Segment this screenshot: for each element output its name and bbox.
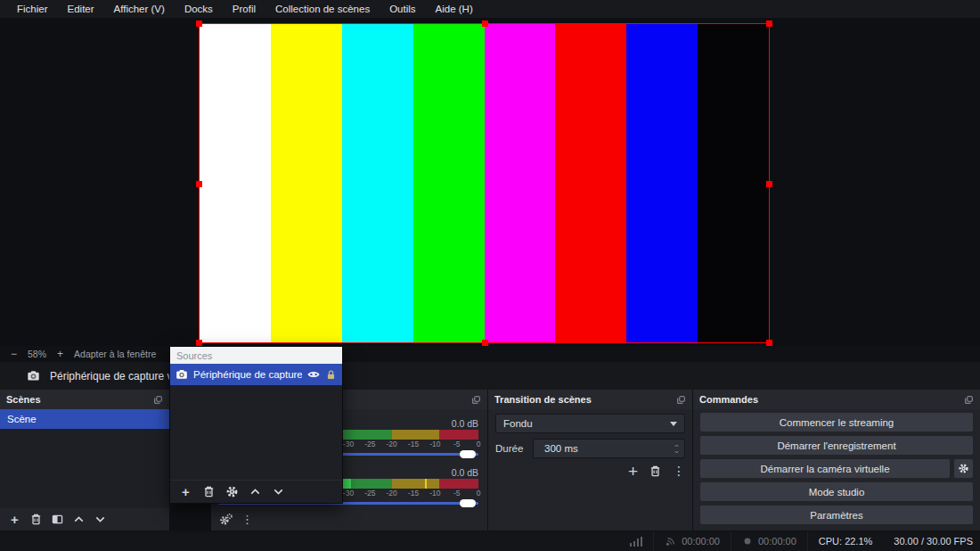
source-context-toolbar: Périphérique de capture vi Prop xyxy=(0,362,980,390)
scene-filters-button[interactable] xyxy=(51,513,64,526)
meter-tick-label: -20 xyxy=(387,489,397,498)
obs-main-window: Fichier Editer Afficher (V) Docks Profil… xyxy=(0,0,980,551)
double-gear-icon xyxy=(219,513,233,526)
color-bar-white xyxy=(200,24,271,342)
selection-handle-top-left[interactable] xyxy=(196,21,202,27)
fps-counter: 30.00 / 30.00 FPS xyxy=(883,531,973,551)
menu-item-docks[interactable]: Docks xyxy=(175,0,223,18)
virtual-camera-settings-button[interactable] xyxy=(954,459,973,478)
move-source-down-button[interactable] xyxy=(272,485,285,498)
selection-handle-middle-right[interactable] xyxy=(766,181,772,187)
zoom-in-button[interactable]: + xyxy=(57,348,63,360)
trash-icon xyxy=(202,485,216,498)
popout-icon[interactable] xyxy=(964,395,974,405)
fps-label: 30.00 / 30.00 FPS xyxy=(894,536,973,547)
scenes-dock-title: Scènes xyxy=(6,394,41,405)
selection-handle-middle-left[interactable] xyxy=(196,181,202,187)
color-bar-cyan xyxy=(342,24,413,342)
selected-source-name: Périphérique de capture vi xyxy=(50,370,175,382)
add-source-button[interactable]: + xyxy=(179,485,192,498)
trash-icon xyxy=(29,513,43,526)
menu-item-afficher[interactable]: Afficher (V) xyxy=(104,0,175,18)
transition-select[interactable]: Fondu xyxy=(495,414,685,433)
add-scene-button[interactable]: + xyxy=(8,513,21,526)
remove-scene-button[interactable] xyxy=(29,513,43,526)
color-bar-black xyxy=(698,24,769,342)
color-bar-magenta xyxy=(485,24,556,342)
popout-icon[interactable] xyxy=(676,395,686,405)
mixer-more-button[interactable]: ⋮ xyxy=(241,513,254,526)
selected-source-bounding-box[interactable] xyxy=(200,24,769,342)
controls-dock: Commandes Commencer le streaming Démarre… xyxy=(693,390,980,530)
selection-handle-bottom-right[interactable] xyxy=(766,340,772,346)
popout-icon[interactable] xyxy=(471,395,481,405)
transition-more-button[interactable]: ⋮ xyxy=(673,465,685,478)
source-list-item[interactable]: Périphérique de capture vidéo xyxy=(170,364,342,385)
scene-list-item[interactable]: Scène xyxy=(0,409,169,429)
chevron-down-icon xyxy=(670,422,677,426)
move-source-up-button[interactable] xyxy=(249,485,262,498)
preview-canvas[interactable] xyxy=(0,18,980,346)
sources-panel-titlebar[interactable]: Sources xyxy=(170,347,342,364)
advanced-audio-button[interactable] xyxy=(219,513,233,526)
lock-icon[interactable] xyxy=(325,369,337,381)
selection-handle-top-middle[interactable] xyxy=(482,21,488,27)
gear-icon xyxy=(225,485,239,498)
start-virtual-camera-button[interactable]: Démarrer la caméra virtuelle xyxy=(700,459,950,478)
move-scene-up-button[interactable] xyxy=(72,513,86,526)
meter-tick-label: -5 xyxy=(453,440,461,448)
transitions-toolbar: + ⋮ xyxy=(628,461,685,481)
controls-dock-header: Commandes xyxy=(693,390,980,409)
menu-item-aide[interactable]: Aide (H) xyxy=(426,0,483,18)
record-time: 00:00:00 xyxy=(758,536,796,547)
studio-mode-button[interactable]: Mode studio xyxy=(700,482,973,501)
sources-toolbar: + xyxy=(170,480,342,503)
duration-label: Durée xyxy=(495,439,523,458)
volume-slider-handle[interactable] xyxy=(460,450,476,458)
meter-tick-label: -10 xyxy=(429,440,440,448)
selection-handle-bottom-middle[interactable] xyxy=(482,340,488,346)
remove-source-button[interactable] xyxy=(202,485,216,498)
eye-visible-icon[interactable] xyxy=(307,368,320,381)
scene-transitions-dock: Transition de scènes Fondu Durée 300 ms … xyxy=(488,390,692,530)
meter-tick-label: -5 xyxy=(453,489,461,498)
source-properties-button[interactable] xyxy=(225,485,239,498)
meter-tick-label: -30 xyxy=(343,440,354,448)
menu-item-profil[interactable]: Profil xyxy=(223,0,265,18)
mixer-toolbar: ⋮ xyxy=(211,508,487,530)
move-scene-down-button[interactable] xyxy=(94,513,107,526)
remove-transition-button[interactable] xyxy=(649,465,662,478)
meter-tick-label: -30 xyxy=(343,489,354,498)
duration-spinbox[interactable]: 300 ms xyxy=(533,439,685,458)
start-recording-button[interactable]: Démarrer l'enregistrement xyxy=(700,436,973,455)
spin-down-icon[interactable] xyxy=(673,449,681,455)
start-streaming-button[interactable]: Commencer le streaming xyxy=(700,413,973,432)
popout-icon[interactable] xyxy=(153,395,163,405)
selection-handle-bottom-left[interactable] xyxy=(196,340,202,346)
network-status xyxy=(619,531,654,551)
menu-item-editer[interactable]: Editer xyxy=(58,0,104,18)
color-bar-red xyxy=(555,24,626,342)
zoom-level-label: 58% xyxy=(28,349,46,359)
add-transition-button[interactable]: + xyxy=(628,465,638,478)
controls-dock-title: Commandes xyxy=(699,394,758,405)
menu-item-fichier[interactable]: Fichier xyxy=(7,0,58,18)
settings-button[interactable]: Paramètres xyxy=(700,506,973,524)
record-time-status: 00:00:00 xyxy=(731,531,807,551)
transitions-dock-header: Transition de scènes xyxy=(488,390,692,409)
zoom-out-button[interactable]: − xyxy=(11,348,17,360)
sources-floating-panel[interactable]: Sources Périphérique de capture vidéo + xyxy=(169,346,343,504)
menu-item-collection-de-scenes[interactable]: Collection de scènes xyxy=(265,0,380,18)
menu-item-outils[interactable]: Outils xyxy=(380,0,425,18)
meter-tick-label: -25 xyxy=(364,489,375,498)
stream-time: 00:00:00 xyxy=(682,536,720,547)
volume-slider-handle[interactable] xyxy=(460,499,476,507)
selection-handle-top-right[interactable] xyxy=(766,21,772,27)
duration-value: 300 ms xyxy=(544,443,578,454)
scenes-toolbar: + xyxy=(0,508,169,530)
meter-tick-label: -20 xyxy=(387,440,397,448)
preview-zoom-toolbar: − 58% + Adapter à la fenêtre xyxy=(0,346,980,362)
spin-up-icon[interactable] xyxy=(673,443,681,448)
fit-to-window-button[interactable]: Adapter à la fenêtre xyxy=(74,349,156,359)
transition-select-value: Fondu xyxy=(503,418,533,429)
